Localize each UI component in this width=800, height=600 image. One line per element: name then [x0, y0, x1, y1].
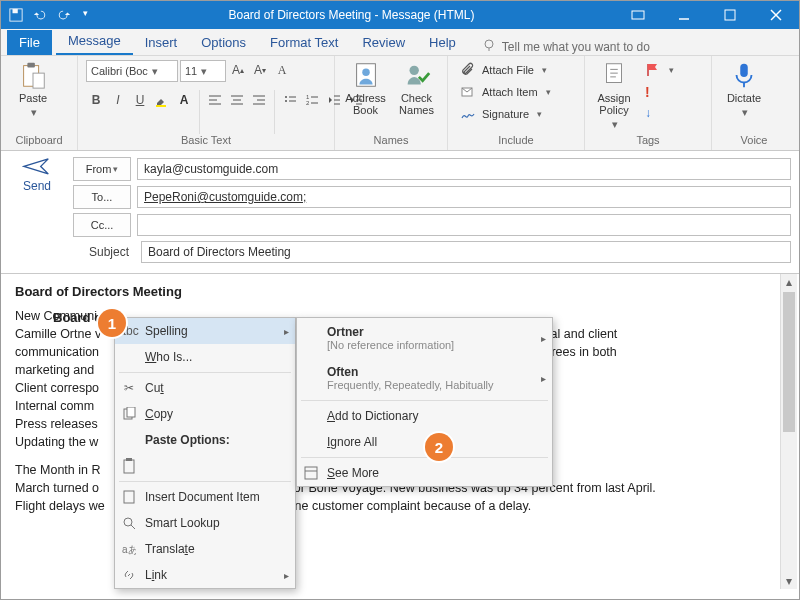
scroll-up-icon[interactable]: ▴	[781, 274, 797, 290]
signature-button[interactable]: Signature▾	[456, 104, 555, 124]
clipboard-icon	[121, 458, 137, 474]
svg-rect-11	[33, 73, 44, 88]
menu-insert-doc-item[interactable]: Insert Document Item	[115, 484, 295, 510]
from-button[interactable]: From▾	[73, 157, 131, 181]
tab-format-text[interactable]: Format Text	[258, 30, 350, 55]
dictate-button[interactable]: Dictate▾	[720, 60, 768, 118]
menu-cut[interactable]: ✂Cut	[115, 375, 295, 401]
importance-high-icon: !	[645, 84, 661, 100]
importance-low-icon: ↓	[645, 106, 661, 122]
subject-label: Subject	[73, 245, 135, 259]
menu-add-to-dictionary[interactable]: Add to Dictionary	[297, 403, 552, 429]
follow-up-button[interactable]: ▾	[641, 60, 678, 80]
attach-file-button[interactable]: Attach File▾	[456, 60, 555, 80]
group-tags: Tags	[593, 134, 703, 148]
translate-icon: aあ	[121, 541, 137, 557]
callout-badge-1: 1	[98, 309, 126, 337]
check-names-icon	[402, 60, 432, 90]
signature-icon	[460, 106, 476, 122]
check-names-button[interactable]: Check Names	[394, 60, 439, 116]
maximize-icon[interactable]	[707, 1, 753, 29]
tab-options[interactable]: Options	[189, 30, 258, 55]
attach-item-button[interactable]: Attach Item▾	[456, 82, 555, 102]
menu-copy[interactable]: Copy	[115, 401, 295, 427]
link-icon	[121, 567, 137, 583]
send-button[interactable]: Send	[9, 157, 65, 267]
group-names: Names	[343, 134, 439, 148]
high-importance-button[interactable]: !	[641, 82, 678, 102]
svg-text:aあ: aあ	[122, 544, 136, 555]
window-title: Board of Directors Meeting - Message (HT…	[88, 8, 615, 22]
bullets-icon[interactable]	[280, 90, 300, 110]
group-clipboard: Clipboard	[9, 134, 69, 148]
clear-format-icon[interactable]: A	[272, 60, 292, 80]
align-center-icon[interactable]	[227, 90, 247, 110]
menu-paste-option[interactable]	[115, 453, 295, 479]
menu-ignore-all[interactable]: Ignore All	[297, 429, 552, 455]
from-field[interactable]: kayla@customguide.com	[137, 158, 791, 180]
tab-help[interactable]: Help	[417, 30, 468, 55]
minimize-icon[interactable]	[661, 1, 707, 29]
separator	[301, 400, 548, 401]
svg-line-49	[131, 525, 135, 529]
undo-icon[interactable]	[33, 8, 47, 22]
cc-field[interactable]	[137, 214, 791, 236]
close-icon[interactable]	[753, 1, 799, 29]
svg-point-48	[124, 518, 132, 526]
bold-icon[interactable]: B	[86, 90, 106, 110]
to-field[interactable]: PepeRoni@customguide.com;	[137, 186, 791, 208]
svg-rect-45	[124, 460, 134, 473]
assign-policy-button[interactable]: Assign Policy▾	[593, 60, 635, 130]
cc-button[interactable]: Cc...	[73, 213, 131, 237]
paste-button[interactable]: Paste▾	[9, 60, 57, 118]
low-importance-button[interactable]: ↓	[641, 104, 678, 124]
group-include: Include	[456, 134, 576, 148]
ribbon: Paste▾ Clipboard Calibri (Boc▾ 11▾ A▴ A▾…	[1, 56, 799, 151]
suggestion-often[interactable]: Often Frequently, Repeatedly, Habitually…	[297, 358, 552, 398]
tab-message[interactable]: Message	[56, 28, 133, 55]
bulb-icon	[482, 38, 496, 55]
align-left-icon[interactable]	[205, 90, 225, 110]
assign-policy-icon	[599, 60, 629, 90]
copy-icon	[121, 406, 137, 422]
highlight-icon[interactable]	[152, 90, 172, 110]
menu-translate[interactable]: aあTranslate	[115, 536, 295, 562]
tell-me[interactable]: Tell me what you want to do	[482, 38, 650, 55]
to-button[interactable]: To...	[73, 185, 131, 209]
body-heading: Board of Directors Meeting	[15, 284, 785, 299]
svg-rect-46	[126, 458, 132, 461]
italic-icon[interactable]: I	[108, 90, 128, 110]
font-size-combo[interactable]: 11▾	[180, 60, 226, 82]
shrink-font-icon[interactable]: A▾	[250, 60, 270, 80]
align-right-icon[interactable]	[249, 90, 269, 110]
address-book-button[interactable]: Address Book	[343, 60, 388, 116]
tab-review[interactable]: Review	[350, 30, 417, 55]
paperclip-icon	[460, 62, 476, 78]
menu-who-is[interactable]: Who Is...	[115, 344, 295, 370]
tab-file[interactable]: File	[7, 30, 52, 55]
menu-smart-lookup[interactable]: Smart Lookup	[115, 510, 295, 536]
numbering-icon[interactable]: 12	[302, 90, 322, 110]
svg-point-22	[285, 96, 287, 98]
suggestion-ortner[interactable]: Ortner [No reference information] ▸	[297, 318, 552, 358]
flag-icon	[645, 62, 661, 78]
svg-rect-47	[124, 491, 134, 503]
ribbon-display-icon[interactable]	[615, 1, 661, 29]
menu-spelling[interactable]: abcSpelling▸	[115, 318, 295, 344]
svg-text:2: 2	[306, 100, 310, 106]
grow-font-icon[interactable]: A▴	[228, 60, 248, 80]
tab-insert[interactable]: Insert	[133, 30, 190, 55]
redo-icon[interactable]	[57, 8, 71, 22]
menu-see-more[interactable]: See More	[297, 460, 552, 486]
message-header: Send From▾ kayla@customguide.com To... P…	[1, 151, 799, 273]
subject-field[interactable]: Board of Directors Meeting	[141, 241, 791, 263]
svg-point-38	[409, 66, 418, 75]
scroll-thumb[interactable]	[783, 292, 795, 432]
save-icon[interactable]	[9, 8, 23, 22]
scroll-down-icon[interactable]: ▾	[781, 573, 797, 589]
underline-icon[interactable]: U	[130, 90, 150, 110]
scrollbar[interactable]: ▴ ▾	[780, 274, 797, 589]
font-family-combo[interactable]: Calibri (Boc▾	[86, 60, 178, 82]
menu-link[interactable]: Link▸	[115, 562, 295, 588]
font-color-icon[interactable]: A	[174, 90, 194, 110]
